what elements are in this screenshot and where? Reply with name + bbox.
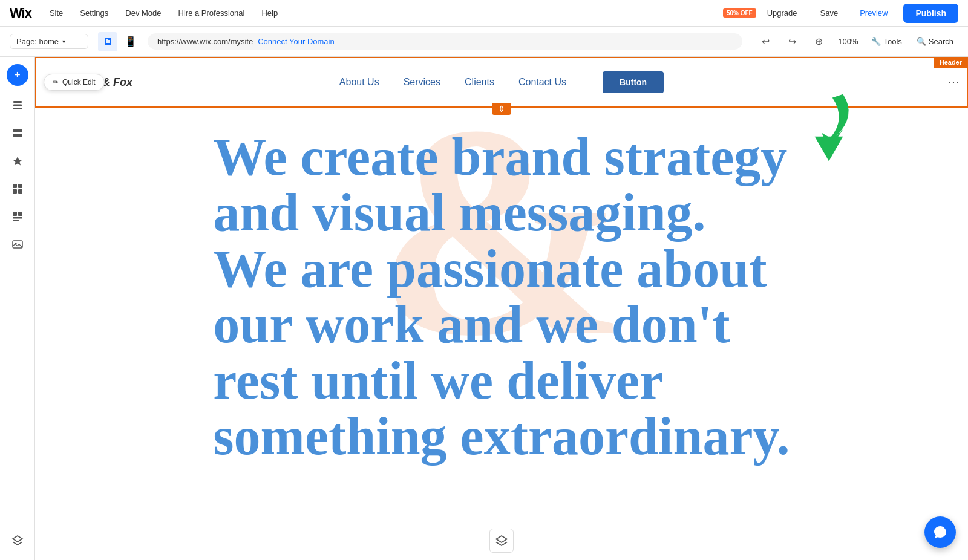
svg-rect-5 [13,184,17,188]
svg-rect-9 [13,212,17,216]
redo-button[interactable]: ↪ [781,31,803,53]
chevron-down-icon: ▾ [62,38,65,45]
nav-help[interactable]: Help [258,6,281,20]
sidebar-sections-icon[interactable] [5,121,30,145]
undo-button[interactable]: ↩ [754,31,776,53]
page-selector[interactable]: Page: home ▾ [10,34,88,49]
svg-rect-6 [18,184,22,188]
zoom-icon: ⊕ [815,36,823,47]
nav-settings[interactable]: Settings [76,6,112,20]
svg-rect-10 [18,212,22,216]
chat-bubble[interactable] [924,516,956,548]
svg-rect-11 [13,217,22,219]
header-nav: About Us Services Clients Contact Us But… [339,71,664,93]
site-content: & We create brand strategyand visual mes… [35,105,968,560]
sidebar-media-icon[interactable] [5,232,30,256]
main-layout: + Header ✏ Quick Edit [0,57,968,560]
pencil-icon: ✏ [53,78,59,86]
resize-handle[interactable]: ⇕ [492,103,511,115]
sidebar-pages-icon[interactable] [5,93,30,117]
sidebar-apps-icon[interactable] [5,177,30,201]
desktop-device-btn[interactable]: 🖥 [98,32,117,51]
upgrade-link[interactable]: Upgrade [767,8,797,18]
left-sidebar: + [0,57,35,560]
page-label: Page: home [16,37,59,46]
nav-contact[interactable]: Contact Us [518,77,566,88]
zoom-button[interactable]: ⊕ [808,31,829,53]
header-label: Header [934,57,968,68]
svg-marker-15 [815,137,843,161]
wix-logo: Wix [10,5,31,21]
header-cta-button[interactable]: Button [603,71,664,93]
nav-dev-mode[interactable]: Dev Mode [122,6,165,20]
url-domain: https://www.wix.com/mysite [157,37,253,46]
nav-clients[interactable]: Clients [465,77,494,88]
hero-text: We create brand strategyand visual messa… [213,129,790,464]
svg-rect-8 [18,189,22,194]
preview-button[interactable]: Preview [854,6,894,20]
top-bar: Wix Site Settings Dev Mode Hire a Profes… [0,0,968,27]
address-bar: Page: home ▾ 🖥 📱 https://www.wix.com/mys… [0,27,968,57]
address-bar-controls: ↩ ↪ ⊕ 100% 🔧 Tools 🔍 Search [754,31,958,53]
svg-rect-13 [13,241,22,248]
svg-rect-3 [13,129,22,132]
quick-edit-button[interactable]: ✏ Quick Edit [44,74,105,91]
mobile-device-btn[interactable]: 📱 [121,32,140,51]
svg-rect-1 [13,105,22,106]
publish-button[interactable]: Publish [903,4,958,23]
device-icons: 🖥 📱 [98,32,140,51]
nav-hire[interactable]: Hire a Professional [175,6,249,20]
svg-rect-2 [13,108,22,109]
svg-rect-12 [13,220,19,221]
search-button[interactable]: 🔍 Search [912,34,958,48]
sidebar-design-icon[interactable] [5,149,30,173]
sidebar-layers-icon[interactable] [5,529,30,553]
url-bar: https://www.wix.com/mysite Connect Your … [148,33,742,50]
nav-site[interactable]: Site [46,6,67,20]
zoom-level: 100% [834,37,862,46]
nav-services[interactable]: Services [404,77,440,88]
search-icon: 🔍 [917,37,926,46]
tools-icon: 🔧 [871,37,881,46]
add-element-button[interactable]: + [7,64,28,86]
green-arrow-indicator [799,87,859,172]
svg-rect-4 [13,134,22,137]
nav-about[interactable]: About Us [339,77,379,88]
svg-rect-0 [13,101,22,103]
save-button[interactable]: Save [814,6,845,20]
tools-button[interactable]: 🔧 Tools [866,34,906,48]
svg-rect-7 [13,189,17,194]
canvas-area: Header ✏ Quick Edit Pearl & Fox About Us… [35,57,968,560]
connect-domain-link[interactable]: Connect Your Domain [258,37,334,46]
more-options-button[interactable]: ⋯ [947,75,960,90]
upgrade-badge: 50% OFF [723,8,756,18]
layers-panel-button[interactable] [489,529,514,553]
sidebar-elements-icon[interactable] [5,204,30,229]
